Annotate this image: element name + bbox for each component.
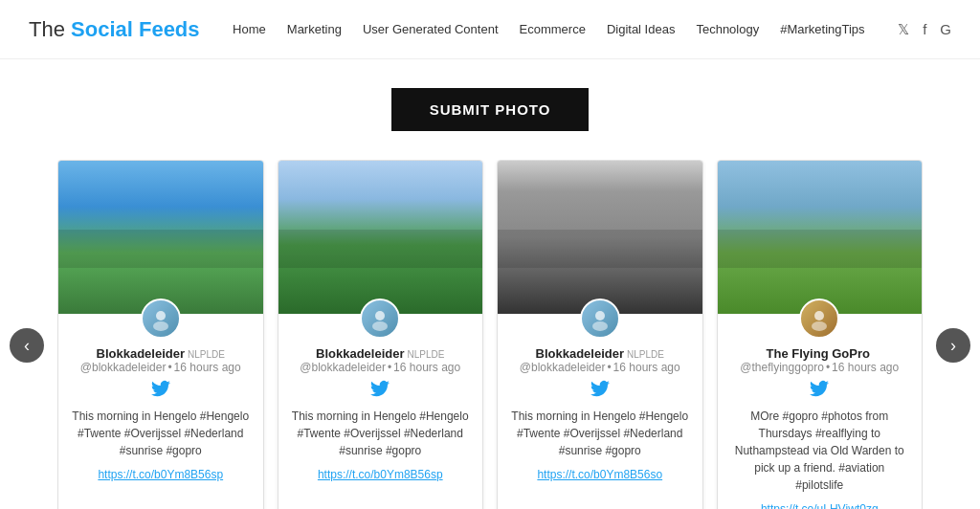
card-text-4: MOre #gopro #photos from Thursdays #real… (731, 408, 909, 494)
card-link-2[interactable]: https://t.co/b0Ym8B56sp (318, 468, 443, 481)
card-2: BlokkadeleiderNLPLDE @blokkadeleider•16 … (278, 160, 484, 509)
card-body-2: BlokkadeleiderNLPLDE @blokkadeleider•16 … (278, 314, 483, 496)
nav-item-home[interactable]: Home (233, 22, 266, 36)
nav-item-user-generated-content[interactable]: User Generated Content (363, 22, 499, 36)
nav-item-digital-ideas[interactable]: Digital Ideas (607, 22, 676, 36)
card-badge-3: NLPLDE (627, 349, 664, 360)
logo-plain: The (29, 17, 71, 41)
card-link-1[interactable]: https://t.co/b0Ym8B56sp (98, 468, 223, 481)
card-avatar-1 (141, 299, 181, 339)
card-name-1: BlokkadeleiderNLPLDE (72, 346, 250, 361)
card-link-3[interactable]: https://t.co/b0Ym8B56so (537, 468, 662, 481)
card-4: The Flying GoPro @theflyinggopro•16 hour… (717, 160, 924, 509)
avatar-icon-3 (587, 305, 613, 332)
card-body-3: BlokkadeleiderNLPLDE @blokkadeleider•16 … (498, 314, 702, 496)
card-badge-2: NLPLDE (408, 349, 445, 360)
submit-photo-button[interactable]: SUBMIT PHOTO (391, 88, 590, 131)
twitter-bird-icon-1 (72, 380, 250, 402)
twitter-bird-icon-4 (731, 380, 909, 402)
card-name-3: BlokkadeleiderNLPLDE (511, 346, 689, 361)
site-logo: The Social Feeds (29, 17, 200, 42)
carousel-wrapper: ‹ BlokkadeleiderNLPLDE @blokkadeleider•1… (0, 160, 980, 509)
svg-point-0 (156, 311, 166, 321)
twitter-bird-icon-2 (292, 380, 470, 402)
card-avatar-3 (580, 299, 620, 339)
card-image-1 (58, 161, 263, 314)
main-nav: HomeMarketingUser Generated ContentEcomm… (233, 22, 864, 36)
card-name-2: BlokkadeleiderNLPLDE (292, 346, 470, 361)
card-handle-1: @blokkadeleider•16 hours ago (72, 361, 250, 374)
card-1: BlokkadeleiderNLPLDE @blokkadeleider•16 … (57, 160, 264, 509)
card-image-4 (718, 161, 923, 314)
main-content: SUBMIT PHOTO ‹ BlokkadeleiderNLPLDE @blo… (0, 59, 980, 509)
submit-bar: SUBMIT PHOTO (0, 88, 980, 131)
nav-item-marketing[interactable]: Marketing (287, 22, 342, 36)
svg-point-5 (592, 321, 608, 331)
card-link-4[interactable]: https://t.co/uLHVjwt0zq (761, 502, 879, 509)
card-body-4: The Flying GoPro @theflyinggopro•16 hour… (718, 314, 923, 509)
card-image-2 (278, 161, 483, 314)
card-badge-1: NLPLDE (188, 349, 225, 360)
svg-point-7 (812, 321, 827, 331)
twitter-bird-icon-3 (511, 380, 689, 402)
facebook-icon[interactable]: f (923, 21, 926, 37)
twitter-icon[interactable]: 𝕏 (898, 21, 909, 38)
card-avatar-4 (799, 299, 839, 339)
google-icon[interactable]: G (940, 21, 951, 37)
card-text-2: This morning in Hengelo #Hengelo #Twente… (292, 408, 470, 459)
svg-point-3 (372, 321, 388, 331)
svg-point-4 (595, 311, 605, 321)
card-3: BlokkadeleiderNLPLDE @blokkadeleider•16 … (497, 160, 703, 509)
nav-item-technology[interactable]: Technology (696, 22, 759, 36)
card-handle-4: @theflyinggopro•16 hours ago (731, 361, 909, 374)
carousel-prev-button[interactable]: ‹ (10, 328, 44, 363)
card-avatar-2 (360, 299, 400, 339)
header-social-icons: 𝕏fG (898, 21, 951, 38)
card-text-1: This morning in Hengelo #Hengelo #Twente… (72, 408, 250, 459)
avatar-icon-2 (367, 305, 393, 332)
card-name-4: The Flying GoPro (731, 346, 909, 361)
svg-point-2 (375, 311, 385, 321)
svg-point-6 (814, 311, 824, 321)
nav-item-ecommerce[interactable]: Ecommerce (520, 22, 586, 36)
logo-bold: Social Feeds (71, 17, 200, 41)
site-header: The Social Feeds HomeMarketingUser Gener… (0, 0, 980, 59)
avatar-icon-1 (147, 305, 174, 332)
svg-point-1 (153, 321, 168, 331)
cards-row: BlokkadeleiderNLPLDE @blokkadeleider•16 … (57, 160, 923, 509)
card-image-3 (498, 161, 702, 314)
carousel-next-button[interactable]: › (936, 328, 970, 363)
avatar-icon-4 (806, 305, 833, 332)
card-handle-2: @blokkadeleider•16 hours ago (292, 361, 470, 374)
card-text-3: This morning in Hengelo #Hengelo #Twente… (511, 408, 689, 459)
nav-item--marketingtips[interactable]: #MarketingTips (780, 22, 864, 36)
card-body-1: BlokkadeleiderNLPLDE @blokkadeleider•16 … (58, 314, 263, 496)
card-handle-3: @blokkadeleider•16 hours ago (511, 361, 689, 374)
